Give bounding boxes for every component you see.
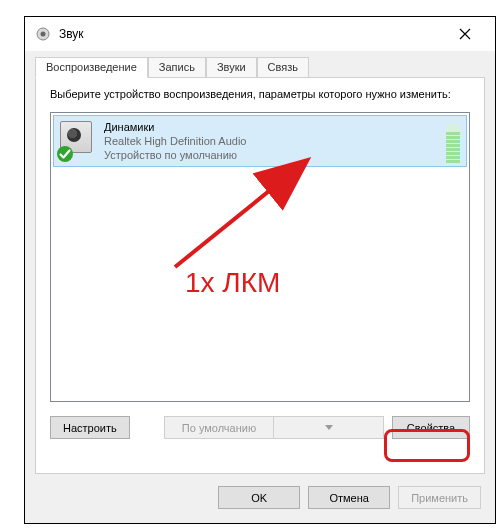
- device-description: Realtek High Definition Audio: [104, 135, 446, 149]
- speaker-icon: [60, 121, 94, 159]
- properties-button[interactable]: Свойства: [392, 416, 470, 439]
- sound-icon: [35, 26, 51, 42]
- chevron-down-icon: [325, 425, 333, 430]
- configure-button[interactable]: Настроить: [50, 416, 130, 439]
- set-default-split: По умолчанию: [164, 416, 384, 439]
- dialog-buttons: OK Отмена Применить: [35, 474, 485, 513]
- sound-window: Звук Воспроизведение Запись Звуки Связь …: [25, 17, 495, 523]
- cancel-button[interactable]: Отмена: [308, 486, 390, 509]
- svg-point-1: [41, 32, 46, 37]
- device-default-label: Устройство по умолчанию: [104, 149, 446, 163]
- device-speakers[interactable]: Динамики Realtek High Definition Audio У…: [53, 115, 467, 167]
- playback-panel: Выберите устройство воспроизведения, пар…: [35, 77, 485, 474]
- set-default-dropdown[interactable]: [274, 416, 384, 439]
- default-check-icon: [56, 145, 74, 163]
- tab-communications[interactable]: Связь: [257, 57, 309, 77]
- titlebar: Звук: [25, 17, 495, 51]
- instruction-text: Выберите устройство воспроизведения, пар…: [50, 88, 470, 100]
- tab-strip: Воспроизведение Запись Звуки Связь: [35, 55, 485, 77]
- window-title: Звук: [59, 27, 84, 41]
- tab-recording[interactable]: Запись: [148, 57, 206, 77]
- tab-sounds[interactable]: Звуки: [206, 57, 257, 77]
- ok-button[interactable]: OK: [218, 486, 300, 509]
- tab-playback[interactable]: Воспроизведение: [35, 57, 148, 78]
- set-default-button[interactable]: По умолчанию: [164, 416, 274, 439]
- close-button[interactable]: [445, 19, 485, 49]
- svg-point-2: [57, 146, 73, 162]
- level-meter: [446, 123, 460, 163]
- device-list[interactable]: Динамики Realtek High Definition Audio У…: [50, 112, 470, 402]
- panel-buttons: Настроить По умолчанию Свойства: [50, 416, 470, 439]
- apply-button[interactable]: Применить: [398, 486, 481, 509]
- device-texts: Динамики Realtek High Definition Audio У…: [104, 121, 446, 162]
- client-area: Воспроизведение Запись Звуки Связь Выбер…: [25, 51, 495, 523]
- device-name: Динамики: [104, 121, 446, 135]
